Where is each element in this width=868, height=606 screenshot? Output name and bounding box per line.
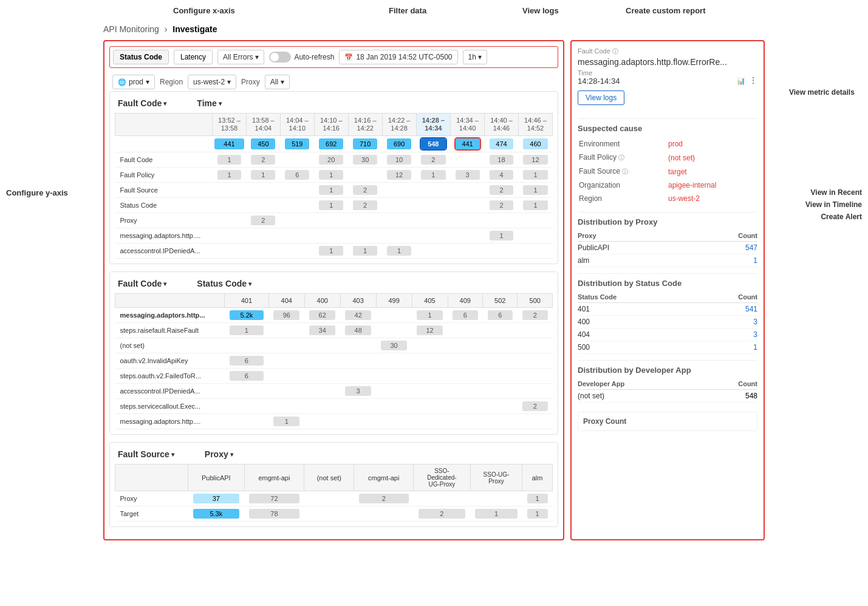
table2-sc-405[interactable]: 405 bbox=[412, 294, 448, 308]
table1-total-7[interactable]: 548 bbox=[416, 136, 451, 152]
r3c3[interactable] bbox=[280, 183, 314, 198]
t2r1c4[interactable]: 42 bbox=[340, 308, 376, 323]
table1-total-8[interactable]: 441 bbox=[451, 136, 485, 152]
r3c6[interactable] bbox=[382, 183, 416, 198]
r4c9[interactable]: 2 bbox=[485, 198, 519, 213]
r3c5[interactable]: 2 bbox=[348, 183, 382, 198]
t2r1c7[interactable]: 6 bbox=[448, 308, 482, 323]
t3r1c2[interactable]: 72 bbox=[244, 491, 304, 506]
r4c5[interactable]: 2 bbox=[348, 198, 382, 213]
t2r1c2[interactable]: 96 bbox=[268, 308, 304, 323]
table3-proxy-emgmt[interactable]: emgmt-api bbox=[244, 465, 304, 491]
r1c10[interactable]: 12 bbox=[518, 152, 552, 168]
region-dropdown[interactable]: us-west-2 ▾ bbox=[188, 75, 236, 89]
chart-icon[interactable] bbox=[737, 75, 745, 85]
table1-time-col-1[interactable]: 13:52 –13:58 bbox=[213, 114, 247, 136]
r3c10[interactable]: 1 bbox=[518, 183, 552, 198]
table1-time-col-10[interactable]: 14:46 –14:52 bbox=[518, 114, 552, 136]
r1c3[interactable] bbox=[280, 152, 314, 168]
breadcrumb-parent[interactable]: API Monitoring bbox=[103, 24, 159, 34]
t2r7c9[interactable]: 2 bbox=[518, 399, 553, 414]
proxy-dropdown[interactable]: All ▾ bbox=[265, 75, 290, 89]
table1-total-4[interactable]: 692 bbox=[314, 136, 348, 152]
t2r1c1[interactable]: 5.2k bbox=[225, 308, 269, 323]
date-picker[interactable]: 18 Jan 2019 14:52 UTC-0500 bbox=[339, 50, 457, 64]
table3-proxy-alm[interactable]: alm bbox=[522, 465, 553, 491]
t3r1c4[interactable]: 2 bbox=[354, 491, 414, 506]
r3c9[interactable]: 2 bbox=[485, 183, 519, 198]
dist-status-row-404[interactable]: 404 3 bbox=[578, 329, 757, 341]
more-menu-icon[interactable] bbox=[749, 75, 757, 86]
table1-time-col-4[interactable]: 14:10 –14:16 bbox=[314, 114, 348, 136]
table1-col1-title[interactable]: Fault Code ▾ bbox=[118, 98, 166, 108]
table2-sc-400[interactable]: 400 bbox=[304, 294, 340, 308]
auto-refresh-toggle[interactable] bbox=[269, 52, 291, 63]
t2r3c5[interactable]: 30 bbox=[376, 338, 412, 353]
table3-proxy-publicapi[interactable]: PublicAPI bbox=[188, 465, 245, 491]
table2-sc-499[interactable]: 499 bbox=[376, 294, 412, 308]
r2c7[interactable]: 1 bbox=[416, 168, 451, 183]
t3r2c6[interactable]: 1 bbox=[470, 506, 522, 522]
r1c4[interactable]: 20 bbox=[314, 152, 348, 168]
table2-sc-404[interactable]: 404 bbox=[268, 294, 304, 308]
t2r4c1[interactable]: 6 bbox=[225, 353, 269, 369]
t3r1c7[interactable]: 1 bbox=[522, 491, 553, 506]
table3-col1-title[interactable]: Fault Source ▾ bbox=[118, 449, 174, 459]
r3c1[interactable] bbox=[213, 183, 247, 198]
table3-proxy-sso-ug[interactable]: SSO-UG-Proxy bbox=[470, 465, 522, 491]
r3c2[interactable] bbox=[246, 183, 280, 198]
table1-total-6[interactable]: 690 bbox=[382, 136, 416, 152]
r6c9[interactable]: 1 bbox=[485, 228, 519, 243]
table1-col2-title[interactable]: Time ▾ bbox=[197, 98, 221, 108]
t3r2c5[interactable]: 2 bbox=[414, 506, 471, 522]
t2r6c4[interactable]: 3 bbox=[340, 384, 376, 399]
r2c5[interactable] bbox=[348, 168, 382, 183]
r1c1[interactable]: 1 bbox=[213, 152, 247, 168]
table1-time-col-3[interactable]: 14:04 –14:10 bbox=[280, 114, 314, 136]
table3-proxy-cmgmt[interactable]: cmgmt-api bbox=[354, 465, 414, 491]
r1c8[interactable] bbox=[451, 152, 485, 168]
table2-sc-409[interactable]: 409 bbox=[448, 294, 482, 308]
r3c4[interactable]: 1 bbox=[314, 183, 348, 198]
table3-col2-title[interactable]: Proxy ▾ bbox=[205, 449, 233, 459]
r2c6[interactable]: 12 bbox=[382, 168, 416, 183]
table2-sc-401[interactable]: 401 bbox=[225, 294, 269, 308]
r2c4[interactable]: 1 bbox=[314, 168, 348, 183]
table2-sc-500[interactable]: 500 bbox=[518, 294, 553, 308]
t2r5c1[interactable]: 6 bbox=[225, 369, 269, 384]
env-dropdown[interactable]: prod ▾ bbox=[112, 75, 155, 89]
table1-total-9[interactable]: 474 bbox=[485, 136, 519, 152]
t3r2c2[interactable]: 78 bbox=[244, 506, 304, 522]
table2-sc-502[interactable]: 502 bbox=[483, 294, 518, 308]
table1-total-10[interactable]: 460 bbox=[518, 136, 552, 152]
r1c2[interactable]: 2 bbox=[246, 152, 280, 168]
r1c6[interactable]: 10 bbox=[382, 152, 416, 168]
table3-proxy-sso-ded[interactable]: SSO-Dedicated-UG-Proxy bbox=[414, 465, 471, 491]
table2-sc-403[interactable]: 403 bbox=[340, 294, 376, 308]
table1-time-col-7[interactable]: 14:28 –14:34 bbox=[416, 114, 451, 136]
table1-total-2[interactable]: 450 bbox=[246, 136, 280, 152]
dist-status-row-500[interactable]: 500 1 bbox=[578, 341, 757, 354]
table2-col1-title[interactable]: Fault Code ▾ bbox=[118, 279, 166, 288]
t2r8c2[interactable]: 1 bbox=[268, 414, 304, 429]
table1-time-col-8[interactable]: 14:34 –14:40 bbox=[451, 114, 485, 136]
t2r1c8[interactable]: 6 bbox=[483, 308, 518, 323]
t2r1c6[interactable]: 1 bbox=[412, 308, 448, 323]
r4c4[interactable]: 1 bbox=[314, 198, 348, 213]
t2r1c3[interactable]: 62 bbox=[304, 308, 340, 323]
r5c2[interactable]: 2 bbox=[246, 213, 280, 228]
r2c2[interactable]: 1 bbox=[246, 168, 280, 183]
latency-tab[interactable]: Latency bbox=[174, 50, 213, 64]
r2c10[interactable]: 1 bbox=[518, 168, 552, 183]
r1c7[interactable]: 2 bbox=[416, 152, 451, 168]
r3c8[interactable] bbox=[451, 183, 485, 198]
table1-total-5[interactable]: 710 bbox=[348, 136, 382, 152]
dist-status-row-400[interactable]: 400 3 bbox=[578, 316, 757, 329]
table1-time-col-6[interactable]: 14:22 –14:28 bbox=[382, 114, 416, 136]
r4c10[interactable]: 1 bbox=[518, 198, 552, 213]
r2c8[interactable]: 3 bbox=[451, 168, 485, 183]
errors-dropdown[interactable]: All Errors ▾ bbox=[217, 50, 264, 64]
r2c3[interactable]: 6 bbox=[280, 168, 314, 183]
dist-app-row-notset[interactable]: (not set) 548 bbox=[578, 390, 757, 403]
table1-total-3[interactable]: 519 bbox=[280, 136, 314, 152]
